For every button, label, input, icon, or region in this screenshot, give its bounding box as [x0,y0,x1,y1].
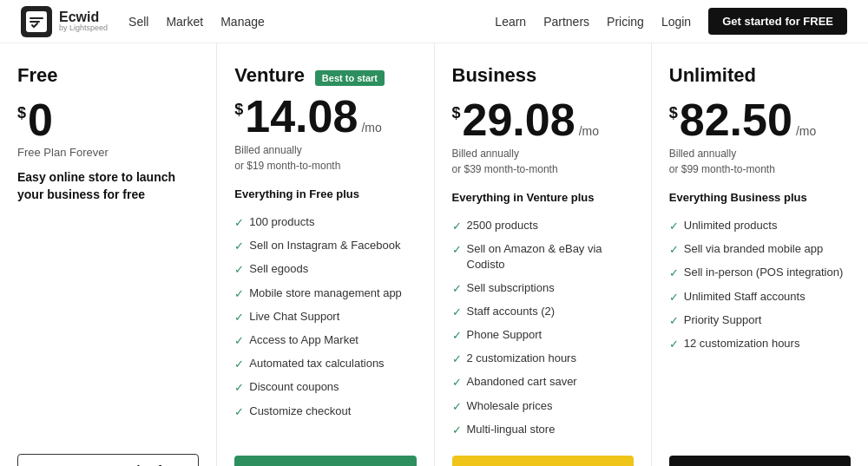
unlimited-price-period: /mo [796,124,816,138]
list-item: ✓Multi-lingual store [452,418,634,442]
unlimited-billing-line2: or $99 month-to-month [669,163,775,175]
list-item: ✓Phone Support [452,324,634,347]
free-price-row: $ 0 [17,97,199,142]
venture-features-header: Everything in Free plus [234,187,416,200]
check-icon: ✓ [234,333,244,349]
check-icon: ✓ [234,404,244,420]
list-item: ✓Sell on Amazon & eBay via Codisto [452,238,634,276]
feature-text: Sell on Instagram & Facebook [249,238,400,253]
pricing-container: Free $ 0 Free Plan Forever Easy online s… [0,43,868,466]
feature-text: Wholesale prices [467,398,553,414]
venture-name-row: Venture Best to start [234,64,416,87]
check-icon: ✓ [452,219,462,234]
venture-billing-line2: or $19 month-to-month [234,160,340,172]
feature-text: Discount coupons [249,379,339,395]
unlimited-billing-line1: Billed annually [669,148,736,160]
feature-text: 12 customization hours [684,336,800,351]
feature-text: 2 customization hours [467,351,576,366]
nav-market[interactable]: Market [166,15,203,29]
feature-text: Abandoned cart saver [467,374,577,390]
free-price-amount: 0 [28,97,53,142]
nav-login[interactable]: Login [661,15,691,29]
header: Ecwid by Lightspeed Sell Market Manage L… [0,0,868,43]
business-billing: Billed annually or $39 month-to-month [452,146,634,177]
free-subtitle: Free Plan Forever [17,146,199,159]
check-icon: ✓ [669,313,679,329]
list-item: ✓Mobile store management app [234,282,416,305]
check-icon: ✓ [234,215,244,231]
venture-billing-line1: Billed annually [234,144,301,156]
feature-text: Multi-lingual store [467,422,556,437]
list-item: ✓Sell subscriptions [452,277,634,300]
nav-sell[interactable]: Sell [128,15,148,29]
venture-price-period: /mo [361,121,381,135]
unlimited-price-amount: 82.50 [680,97,792,142]
nav-manage[interactable]: Manage [220,15,265,29]
business-features-header: Everything in Venture plus [452,191,634,204]
list-item: ✓Sell egoods [234,258,416,281]
unlimited-cta-area: Get started [669,456,851,466]
business-price-symbol: $ [452,104,461,122]
check-icon: ✓ [234,239,244,254]
list-item: ✓Sell on Instagram & Facebook [234,234,416,258]
list-item: ✓Customize checkout [234,400,416,423]
check-icon: ✓ [452,351,462,367]
feature-text: Sell subscriptions [467,280,555,296]
feature-text: Sell via branded mobile app [684,241,823,257]
venture-plan-name: Venture [234,64,305,86]
business-cta-button[interactable]: Get started [452,456,634,466]
nav-partners[interactable]: Partners [543,15,589,29]
check-icon: ✓ [452,423,462,438]
plan-business: Business $ 29.08 /mo Billed annually or … [435,43,652,466]
list-item: ✓12 customization hours [669,332,851,356]
check-icon: ✓ [452,281,462,297]
free-cta-area: Create a store — it's free [17,454,199,466]
list-item: ✓Unlimited Staff accounts [669,286,851,309]
venture-cta-area: Get started [234,456,416,466]
business-price-amount: 29.08 [463,97,575,142]
list-item: ✓Live Chat Support [234,305,416,329]
logo[interactable]: Ecwid by Lightspeed [21,6,108,37]
check-icon: ✓ [669,219,679,234]
check-icon: ✓ [452,375,462,391]
unlimited-plan-name: Unlimited [669,64,851,87]
check-icon: ✓ [452,242,462,258]
unlimited-price-symbol: $ [669,104,678,122]
business-billing-line2: or $39 month-to-month [452,163,558,175]
plan-venture: Venture Best to start $ 14.08 /mo Billed… [217,43,434,466]
free-plan-name: Free [17,64,199,87]
list-item: ✓Abandoned cart saver [452,371,634,394]
unlimited-price-row: $ 82.50 /mo [669,97,851,142]
unlimited-features: ✓Unlimited products ✓Sell via branded mo… [669,214,851,442]
venture-features: ✓100 products ✓Sell on Instagram & Faceb… [234,211,416,442]
feature-text: Automated tax calculations [249,356,384,371]
header-cta-button[interactable]: Get started for FREE [708,8,847,35]
venture-badge: Best to start [315,70,385,86]
business-billing-line1: Billed annually [452,148,519,160]
business-price-row: $ 29.08 /mo [452,97,634,142]
feature-text: 100 products [249,214,314,230]
feature-text: Unlimited Staff accounts [684,289,806,305]
business-plan-name: Business [452,64,634,87]
unlimited-cta-button[interactable]: Get started [669,456,851,466]
list-item: ✓Priority Support [669,309,851,332]
logo-subtitle: by Lightspeed [59,24,108,33]
nav-learn[interactable]: Learn [495,15,526,29]
unlimited-features-header: Everything Business plus [669,191,851,204]
free-cta-button[interactable]: Create a store — it's free [17,454,199,466]
feature-text: Access to App Market [249,332,358,348]
venture-price-row: $ 14.08 /mo [234,94,416,139]
feature-text: Unlimited products [684,218,778,233]
nav-pricing[interactable]: Pricing [607,15,644,29]
venture-cta-button[interactable]: Get started [234,456,416,466]
list-item: ✓Access to App Market [234,329,416,352]
free-features [17,217,199,440]
plan-free: Free $ 0 Free Plan Forever Easy online s… [0,43,217,466]
logo-text: Ecwid by Lightspeed [59,10,108,33]
venture-price-amount: 14.08 [245,94,358,139]
check-icon: ✓ [234,380,244,396]
check-icon: ✓ [234,262,244,278]
list-item: ✓Discount coupons [234,376,416,399]
logo-name: Ecwid [59,10,108,25]
business-features: ✓2500 products ✓Sell on Amazon & eBay vi… [452,214,634,442]
